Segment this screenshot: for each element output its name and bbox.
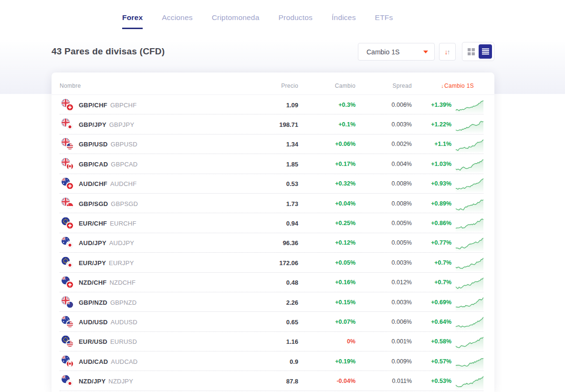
instrument-name: AUD/CADAUDCAD	[79, 358, 137, 365]
instrument-flags	[62, 296, 74, 308]
pair-ticker: AUDJPY	[109, 239, 135, 247]
week-change-cell: +1.39%	[431, 102, 451, 108]
view-mode-toggle	[462, 42, 494, 61]
sparkline-chart	[456, 175, 483, 192]
grid-view-button[interactable]	[464, 44, 478, 59]
instrument-flags	[62, 316, 74, 328]
pair-name: GBP/NZD	[79, 299, 107, 306]
instrument-flags	[62, 138, 74, 150]
table-row-audjpy[interactable]: AUD/JPYAUDJPY96.36+0.12%0.005%+0.77%	[52, 233, 494, 253]
week-change-cell: +0.77%	[431, 239, 451, 246]
price-cell: 198.71	[279, 121, 298, 128]
sparkline-chart	[456, 135, 483, 153]
flag-nzd-icon	[67, 301, 73, 308]
change-cell: +0.12%	[335, 239, 356, 246]
table-row-gbpusd[interactable]: GBP/USDGBPUSD1.34+0.06%0.002%+1.1%	[52, 134, 494, 154]
price-cell: 1.16	[286, 338, 298, 345]
spread-cell: 0.004%	[392, 161, 412, 167]
flag-cad-icon	[67, 163, 73, 169]
pair-ticker: EURUSD	[110, 338, 137, 345]
list-view-button[interactable]	[479, 44, 492, 59]
table-row-nzdjpy[interactable]: NZD/JPYNZDJPY87.8-0.04%0.011%+0.53%	[52, 371, 494, 391]
table-row-gbpnzd[interactable]: GBP/NZDGBPNZD2.26+0.15%0.003%+0.69%	[52, 292, 494, 312]
instrument-name: GBP/CADGBPCAD	[79, 160, 137, 167]
instrument-name: GBP/USDGBPUSD	[79, 141, 137, 148]
table-row-eurusd[interactable]: EUR/USDEURUSD1.160%0.001%+0.58%	[52, 332, 494, 351]
price-cell: 1.73	[286, 200, 298, 207]
grid-icon	[468, 48, 475, 55]
table-row-gbpsgd[interactable]: GBP/SGDGBPSGD1.73+0.04%0.008%+0.89%	[52, 194, 494, 213]
instrument-name: EUR/JPYEURJPY	[79, 259, 134, 266]
tab-forex[interactable]: Forex	[122, 13, 143, 29]
sort-field-dropdown[interactable]: Cambio 1S	[358, 43, 435, 61]
spread-cell: 0.008%	[392, 200, 412, 207]
column-header-cambio-1s[interactable]: ↓Cambio 1S	[441, 83, 474, 89]
price-cell: 0.94	[286, 220, 298, 227]
table-row-gbpjpy[interactable]: GBP/JPYGBPJPY198.71+0.1%0.003%+1.22%	[52, 114, 494, 134]
instrument-flags	[62, 277, 74, 289]
change-cell: +0.04%	[335, 200, 356, 207]
change-cell: +0.32%	[335, 180, 356, 187]
sparkline-chart	[456, 254, 483, 271]
sort-direction-button[interactable]: ↓ ↑	[439, 43, 456, 61]
price-cell: 1.09	[286, 101, 298, 108]
pair-name: AUD/CHF	[79, 180, 107, 187]
table-row-gbpcad[interactable]: GBP/CADGBPCAD1.85+0.17%0.004%+1.03%	[52, 154, 494, 174]
change-cell: +0.07%	[335, 319, 356, 325]
price-cell: 1.34	[286, 141, 298, 148]
sparkline-chart	[456, 313, 483, 330]
pair-ticker: GBPNZD	[110, 299, 136, 306]
pair-ticker: GBPCAD	[111, 160, 137, 167]
spread-cell: 0.008%	[392, 180, 412, 187]
spread-cell: 0.003%	[392, 121, 412, 128]
change-cell: +0.1%	[338, 121, 356, 128]
flag-usd-icon	[67, 321, 73, 327]
flag-usd-icon	[67, 341, 73, 347]
pair-ticker: GBPUSD	[111, 141, 137, 148]
flag-sgd-icon	[67, 203, 73, 209]
spread-cell: 0.005%	[392, 239, 412, 246]
instrument-flags	[62, 217, 74, 229]
week-change-cell: +0.69%	[431, 299, 451, 306]
pair-name: GBP/CHF	[79, 101, 107, 108]
table-row-eurjpy[interactable]: EUR/JPYEURJPY172.06+0.05%0.003%+0.7%	[52, 253, 494, 272]
pair-ticker: NZDJPY	[108, 378, 133, 385]
price-cell: 0.53	[286, 180, 298, 187]
chevron-down-icon	[423, 51, 428, 53]
table-row-gbpchf[interactable]: GBP/CHFGBPCHF1.09+0.3%0.006%+1.39%	[52, 95, 494, 114]
instruments-table-card: NombrePrecioCambioSpread↓Cambio 1S GBP/C…	[52, 72, 494, 392]
week-change-cell: +0.53%	[431, 378, 451, 384]
table-row-eurchf[interactable]: EUR/CHFEURCHF0.94+0.25%0.005%+0.86%	[52, 213, 494, 233]
change-cell: -0.04%	[336, 378, 356, 384]
instrument-name: AUD/JPYAUDJPY	[79, 239, 134, 247]
table-row-audcad[interactable]: AUD/CADAUDCAD0.9+0.19%0.009%+0.57%	[52, 351, 494, 371]
tab-productos[interactable]: Productos	[278, 13, 313, 29]
spread-cell: 0.006%	[392, 319, 412, 325]
arrow-up-icon: ↑	[447, 48, 450, 56]
flag-chf-icon	[67, 104, 73, 110]
sparkline-chart	[456, 96, 483, 113]
table-row-nzdchf[interactable]: NZD/CHFNZDCHF0.48+0.16%0.012%+0.7%	[52, 273, 494, 292]
table-row-audusd[interactable]: AUD/USDAUDUSD0.65+0.07%0.006%+0.64%	[52, 312, 494, 331]
pair-name: NZD/JPY	[79, 378, 105, 385]
pair-ticker: AUDUSD	[111, 318, 137, 325]
week-change-cell: +0.86%	[431, 220, 451, 227]
sparkline-chart	[456, 116, 483, 133]
tab-acciones[interactable]: Acciones	[162, 13, 193, 29]
flag-jpy-icon	[67, 242, 73, 248]
table-row-audchf[interactable]: AUD/CHFAUDCHF0.53+0.32%0.008%+0.93%	[52, 174, 494, 194]
flag-chf-icon	[67, 282, 73, 288]
spread-cell: 0.002%	[392, 141, 412, 147]
flag-usd-icon	[67, 144, 73, 150]
spread-cell: 0.009%	[392, 358, 412, 365]
change-cell: +0.16%	[335, 279, 356, 286]
week-change-cell: +0.89%	[431, 200, 451, 207]
sparkline-chart	[456, 353, 483, 370]
pair-ticker: AUDCHF	[110, 180, 136, 187]
pair-name: AUD/USD	[79, 318, 108, 325]
tab-etfs[interactable]: ETFs	[375, 13, 393, 29]
tab-indices[interactable]: Índices	[332, 13, 356, 29]
pair-ticker: GBPSGD	[111, 200, 138, 207]
sparkline-chart	[456, 274, 483, 291]
tab-criptomoneda[interactable]: Criptomoneda	[212, 13, 260, 29]
